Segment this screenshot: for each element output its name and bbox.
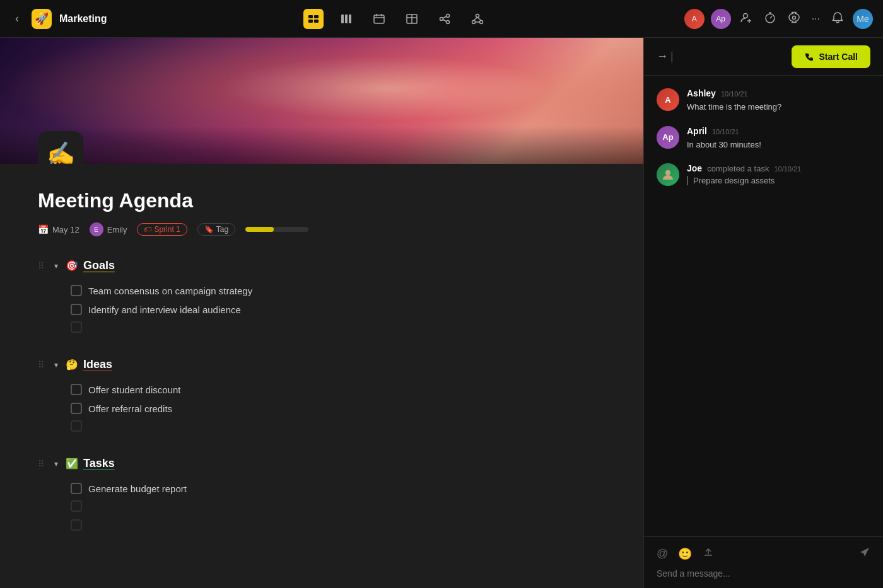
meta-tag[interactable]: 🔖 Tag bbox=[197, 223, 235, 236]
msg-time-joe: 10/10/21 bbox=[774, 165, 801, 173]
tool-columns[interactable] bbox=[336, 9, 356, 29]
chat-messages: A Ashley 10/10/21 What time is the meeti… bbox=[644, 76, 883, 536]
svg-line-17 bbox=[443, 16, 447, 18]
more-options-button[interactable]: ··· bbox=[809, 11, 822, 27]
chat-panel: → | Start Call A Ashley 10/10/21 Wh bbox=[643, 38, 883, 588]
msg-avatar-ashley: A bbox=[657, 88, 679, 111]
back-button[interactable]: ‹ bbox=[10, 9, 24, 28]
goals-add-item bbox=[38, 319, 605, 333]
hero-banner: ✍️ bbox=[0, 38, 643, 164]
meta-sprint[interactable]: 🏷 Sprint 1 bbox=[137, 223, 187, 236]
send-button[interactable] bbox=[859, 546, 870, 561]
chat-input-toolbar: @ 🙂 bbox=[657, 546, 870, 562]
msg-text-april: In about 30 minutes! bbox=[687, 139, 870, 151]
svg-rect-6 bbox=[349, 14, 351, 23]
sprint-icon: 🏷 bbox=[144, 225, 151, 234]
drag-handle-goals[interactable]: ⠿ bbox=[38, 261, 44, 271]
svg-line-23 bbox=[477, 17, 481, 20]
meta-assignee[interactable]: E Emily bbox=[90, 222, 127, 236]
svg-rect-4 bbox=[341, 14, 344, 23]
msg-time-ashley: 10/10/21 bbox=[721, 90, 748, 98]
doc-meta: 📅 May 12 E Emily 🏷 Sprint 1 🔖 Tag bbox=[38, 222, 605, 236]
drag-handle-ideas[interactable]: ⠿ bbox=[38, 360, 44, 370]
checkbox-goals-empty[interactable] bbox=[71, 321, 82, 333]
svg-rect-2 bbox=[308, 20, 313, 23]
checkbox-tasks-empty-1[interactable] bbox=[71, 500, 82, 512]
nav-right: A Ap ··· bbox=[684, 9, 873, 29]
collapse-ideas[interactable]: ▾ bbox=[52, 359, 61, 371]
msg-header-ashley: Ashley 10/10/21 bbox=[687, 88, 870, 98]
notifications-button[interactable] bbox=[829, 9, 846, 29]
msg-content-joe: Joe completed a task 10/10/21 Prepare de… bbox=[687, 163, 870, 186]
divider-icon: | bbox=[670, 50, 674, 63]
section-tasks: ⠿ ▾ ✅ Tasks Generate budget report bbox=[38, 457, 605, 531]
chat-input[interactable] bbox=[657, 568, 870, 579]
user-avatar-ashley[interactable]: A bbox=[684, 9, 705, 29]
calendar-icon: 📅 bbox=[38, 224, 49, 234]
add-member-button[interactable] bbox=[737, 9, 755, 29]
ideas-emoji: 🤔 bbox=[66, 359, 78, 371]
svg-point-33 bbox=[665, 170, 670, 175]
msg-text-ashley: What time is the meeting? bbox=[687, 101, 870, 113]
svg-rect-1 bbox=[314, 15, 319, 18]
mention-button[interactable]: @ bbox=[657, 547, 668, 560]
drag-handle-tasks[interactable]: ⠿ bbox=[38, 459, 44, 469]
top-nav: ‹ 🚀 Marketing bbox=[0, 0, 883, 38]
start-call-button[interactable]: Start Call bbox=[792, 45, 870, 68]
doc-icon: ✍️ bbox=[38, 131, 83, 164]
chat-collapse-button[interactable]: → | bbox=[657, 50, 674, 63]
tool-calendar[interactable] bbox=[369, 9, 389, 29]
msg-task-complete-label: completed a task bbox=[707, 164, 769, 173]
checkbox-goals-0[interactable] bbox=[71, 285, 82, 296]
doc-title: Meeting Agenda bbox=[38, 189, 605, 212]
emoji-button[interactable]: 🙂 bbox=[678, 547, 692, 561]
chat-message-april: Ap April 10/10/21 In about 30 minutes! bbox=[657, 126, 870, 151]
checkbox-tasks-0[interactable] bbox=[71, 483, 82, 494]
goals-emoji: 🎯 bbox=[66, 260, 78, 272]
current-user-avatar[interactable]: Me bbox=[853, 9, 873, 29]
svg-rect-0 bbox=[308, 15, 313, 18]
msg-content-ashley: Ashley 10/10/21 What time is the meeting… bbox=[687, 88, 870, 113]
settings-button[interactable] bbox=[785, 9, 803, 29]
msg-avatar-april: Ap bbox=[657, 126, 679, 149]
tool-list[interactable] bbox=[303, 9, 324, 29]
upload-icon bbox=[702, 546, 715, 558]
chat-header: → | Start Call bbox=[644, 38, 883, 76]
checkbox-ideas-0[interactable] bbox=[71, 384, 82, 395]
ideas-title: Ideas bbox=[83, 358, 112, 371]
checkbox-tasks-empty-2[interactable] bbox=[71, 519, 82, 531]
collapse-goals[interactable]: ▾ bbox=[52, 260, 61, 272]
collapse-tasks[interactable]: ▾ bbox=[52, 458, 61, 470]
nav-tools bbox=[107, 9, 684, 29]
joe-avatar-img bbox=[662, 168, 674, 181]
tasks-title: Tasks bbox=[83, 457, 115, 470]
app-logo: 🚀 bbox=[32, 9, 52, 29]
tool-table[interactable] bbox=[402, 9, 422, 29]
meta-date[interactable]: 📅 May 12 bbox=[38, 224, 79, 234]
user-avatar-april[interactable]: Ap bbox=[711, 9, 731, 29]
msg-time-april: 10/10/21 bbox=[712, 128, 739, 135]
checkbox-ideas-1[interactable] bbox=[71, 403, 82, 414]
section-ideas-header: ⠿ ▾ 🤔 Ideas bbox=[38, 358, 605, 371]
tool-share[interactable] bbox=[435, 9, 455, 29]
app-title: Marketing bbox=[59, 13, 107, 25]
progress-fill bbox=[245, 227, 274, 232]
doc-panel: ✍️ Meeting Agenda 📅 May 12 E Emily 🏷 Spr… bbox=[0, 38, 643, 588]
timer-button[interactable] bbox=[761, 9, 779, 29]
svg-point-25 bbox=[743, 13, 747, 18]
msg-header-april: April 10/10/21 bbox=[687, 126, 870, 136]
tag-icon: 🔖 bbox=[204, 225, 214, 234]
svg-point-14 bbox=[440, 17, 443, 20]
svg-point-32 bbox=[792, 16, 795, 19]
progress-bar bbox=[245, 227, 308, 232]
ideas-add-item bbox=[38, 418, 605, 432]
upload-button[interactable] bbox=[702, 546, 715, 562]
checkbox-goals-1[interactable] bbox=[71, 304, 82, 315]
nav-left: ‹ 🚀 Marketing bbox=[10, 9, 107, 29]
tool-graph[interactable] bbox=[467, 9, 488, 29]
svg-rect-7 bbox=[374, 15, 384, 23]
checkbox-ideas-empty[interactable] bbox=[71, 420, 82, 432]
msg-author-ashley: Ashley bbox=[687, 88, 716, 98]
ideas-item-0: Offer student discount bbox=[38, 380, 605, 399]
goals-title: Goals bbox=[83, 259, 115, 272]
